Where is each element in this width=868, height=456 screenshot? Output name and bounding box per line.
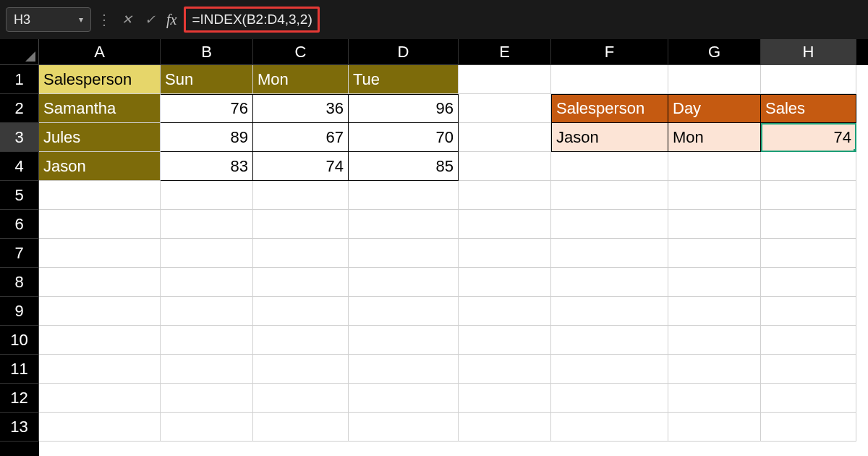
- cell-G5[interactable]: [668, 181, 761, 210]
- column-header-H[interactable]: H: [761, 39, 856, 65]
- row-header-13[interactable]: 13: [0, 413, 39, 442]
- cell-D3[interactable]: 70: [349, 123, 459, 152]
- cell-F11[interactable]: [551, 355, 668, 384]
- cell-D5[interactable]: [349, 181, 459, 210]
- cell-B3[interactable]: 89: [161, 123, 253, 152]
- cell-C1[interactable]: Mon: [253, 65, 349, 94]
- cell-E2[interactable]: [459, 94, 551, 123]
- cell-F8[interactable]: [551, 268, 668, 297]
- cell-D1[interactable]: Tue: [349, 65, 459, 94]
- formula-input[interactable]: =INDEX(B2:D4,3,2): [184, 7, 320, 33]
- row-header-11[interactable]: 11: [0, 355, 39, 384]
- cell-C2[interactable]: 36: [253, 94, 349, 123]
- cell-B5[interactable]: [161, 181, 253, 210]
- row-header-1[interactable]: 1: [0, 65, 39, 94]
- cell-D4[interactable]: 85: [349, 152, 459, 181]
- column-header-C[interactable]: C: [253, 39, 349, 65]
- cell-B2[interactable]: 76: [161, 94, 253, 123]
- cell-G9[interactable]: [668, 297, 761, 326]
- row-header-5[interactable]: 5: [0, 181, 39, 210]
- cell-C12[interactable]: [253, 384, 349, 413]
- cell-H1[interactable]: [761, 65, 856, 94]
- cell-D9[interactable]: [349, 297, 459, 326]
- cell-H3[interactable]: 74: [761, 123, 856, 152]
- cell-A6[interactable]: [39, 210, 161, 239]
- cell-C4[interactable]: 74: [253, 152, 349, 181]
- cell-G3[interactable]: Mon: [668, 123, 761, 152]
- cell-A2[interactable]: Samantha: [39, 94, 161, 123]
- row-header-9[interactable]: 9: [0, 297, 39, 326]
- cell-G12[interactable]: [668, 384, 761, 413]
- cell-A7[interactable]: [39, 239, 161, 268]
- cell-E4[interactable]: [459, 152, 551, 181]
- cell-G7[interactable]: [668, 239, 761, 268]
- cell-E10[interactable]: [459, 326, 551, 355]
- name-box[interactable]: H3 ▾: [6, 7, 91, 32]
- cell-E6[interactable]: [459, 210, 551, 239]
- cell-G8[interactable]: [668, 268, 761, 297]
- cell-C8[interactable]: [253, 268, 349, 297]
- row-header-10[interactable]: 10: [0, 326, 39, 355]
- row-header-3[interactable]: 3: [0, 123, 39, 152]
- cell-D11[interactable]: [349, 355, 459, 384]
- cell-B8[interactable]: [161, 268, 253, 297]
- cell-F10[interactable]: [551, 326, 668, 355]
- cell-A10[interactable]: [39, 326, 161, 355]
- cell-B10[interactable]: [161, 326, 253, 355]
- column-header-G[interactable]: G: [668, 39, 761, 65]
- cell-H9[interactable]: [761, 297, 856, 326]
- cell-B12[interactable]: [161, 384, 253, 413]
- cell-D8[interactable]: [349, 268, 459, 297]
- cell-F13[interactable]: [551, 413, 668, 442]
- cell-B11[interactable]: [161, 355, 253, 384]
- cell-F4[interactable]: [551, 152, 668, 181]
- cell-F2[interactable]: Salesperson: [551, 94, 668, 123]
- cell-H12[interactable]: [761, 384, 856, 413]
- cell-B4[interactable]: 83: [161, 152, 253, 181]
- cell-C13[interactable]: [253, 413, 349, 442]
- column-header-F[interactable]: F: [551, 39, 668, 65]
- cell-D10[interactable]: [349, 326, 459, 355]
- cell-C5[interactable]: [253, 181, 349, 210]
- column-header-A[interactable]: A: [39, 39, 161, 65]
- cell-D12[interactable]: [349, 384, 459, 413]
- cell-C6[interactable]: [253, 210, 349, 239]
- cell-A4[interactable]: Jason: [39, 152, 161, 181]
- cell-C7[interactable]: [253, 239, 349, 268]
- cell-H2[interactable]: Sales: [761, 94, 856, 123]
- cell-H10[interactable]: [761, 326, 856, 355]
- cell-A8[interactable]: [39, 268, 161, 297]
- row-header-7[interactable]: 7: [0, 239, 39, 268]
- row-header-12[interactable]: 12: [0, 384, 39, 413]
- cell-B13[interactable]: [161, 413, 253, 442]
- grid-body[interactable]: SalespersonSunMonTueSamantha763696Salesp…: [39, 65, 868, 442]
- cell-D7[interactable]: [349, 239, 459, 268]
- row-header-6[interactable]: 6: [0, 210, 39, 239]
- column-header-D[interactable]: D: [349, 39, 459, 65]
- cell-H5[interactable]: [761, 181, 856, 210]
- cell-E9[interactable]: [459, 297, 551, 326]
- cell-A5[interactable]: [39, 181, 161, 210]
- cell-B6[interactable]: [161, 210, 253, 239]
- row-header-4[interactable]: 4: [0, 152, 39, 181]
- cell-D13[interactable]: [349, 413, 459, 442]
- cell-A11[interactable]: [39, 355, 161, 384]
- cell-B9[interactable]: [161, 297, 253, 326]
- cell-A9[interactable]: [39, 297, 161, 326]
- cell-F6[interactable]: [551, 210, 668, 239]
- cell-H8[interactable]: [761, 268, 856, 297]
- cell-E7[interactable]: [459, 239, 551, 268]
- cell-D2[interactable]: 96: [349, 94, 459, 123]
- row-header-2[interactable]: 2: [0, 94, 39, 123]
- select-all-corner[interactable]: [0, 39, 39, 65]
- cell-C10[interactable]: [253, 326, 349, 355]
- cell-D6[interactable]: [349, 210, 459, 239]
- cell-E3[interactable]: [459, 123, 551, 152]
- cell-G13[interactable]: [668, 413, 761, 442]
- cell-E8[interactable]: [459, 268, 551, 297]
- cell-G1[interactable]: [668, 65, 761, 94]
- cell-G6[interactable]: [668, 210, 761, 239]
- cell-C9[interactable]: [253, 297, 349, 326]
- column-header-B[interactable]: B: [161, 39, 253, 65]
- cancel-icon[interactable]: ✕: [117, 12, 136, 28]
